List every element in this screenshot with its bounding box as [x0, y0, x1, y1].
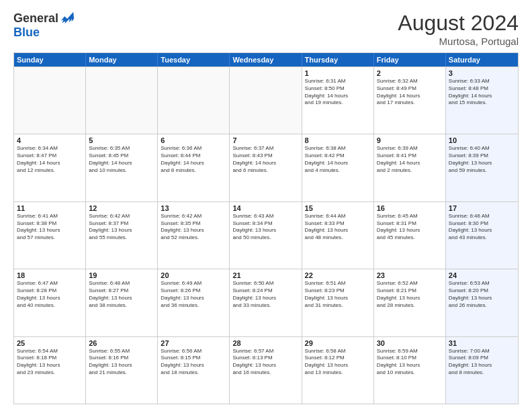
day-info: Sunrise: 6:41 AM Sunset: 8:38 PM Dayligh…: [17, 213, 83, 242]
day-info: Sunrise: 6:52 AM Sunset: 8:21 PM Dayligh…: [377, 280, 443, 309]
header-sunday: Sunday: [14, 53, 86, 66]
calendar-cell-1-6: 2Sunrise: 6:32 AM Sunset: 8:49 PM Daylig…: [374, 67, 446, 134]
day-info: Sunrise: 6:39 AM Sunset: 8:41 PM Dayligh…: [377, 145, 443, 174]
calendar-cell-4-4: 21Sunrise: 6:50 AM Sunset: 8:24 PM Dayli…: [230, 269, 302, 336]
header-wednesday: Wednesday: [230, 53, 302, 66]
calendar-cell-1-5: 1Sunrise: 6:31 AM Sunset: 8:50 PM Daylig…: [302, 67, 374, 134]
day-info: Sunrise: 6:43 AM Sunset: 8:34 PM Dayligh…: [232, 213, 298, 242]
day-number: 25: [17, 339, 83, 347]
day-number: 4: [17, 136, 83, 144]
day-number: 24: [449, 271, 515, 279]
calendar-cell-3-1: 11Sunrise: 6:41 AM Sunset: 8:38 PM Dayli…: [14, 202, 86, 269]
day-info: Sunrise: 6:42 AM Sunset: 8:35 PM Dayligh…: [161, 213, 226, 242]
calendar-cell-1-4: [230, 67, 302, 134]
calendar-cell-1-1: [14, 67, 86, 134]
day-info: Sunrise: 6:33 AM Sunset: 8:48 PM Dayligh…: [449, 78, 515, 107]
calendar-cell-3-6: 16Sunrise: 6:45 AM Sunset: 8:31 PM Dayli…: [374, 202, 446, 269]
calendar-cell-2-3: 6Sunrise: 6:36 AM Sunset: 8:44 PM Daylig…: [158, 134, 230, 201]
day-number: 15: [305, 204, 371, 212]
day-info: Sunrise: 6:32 AM Sunset: 8:49 PM Dayligh…: [377, 78, 443, 107]
day-info: Sunrise: 6:49 AM Sunset: 8:26 PM Dayligh…: [161, 280, 226, 309]
day-info: Sunrise: 6:54 AM Sunset: 8:18 PM Dayligh…: [17, 348, 83, 377]
calendar-cell-4-7: 24Sunrise: 6:53 AM Sunset: 8:20 PM Dayli…: [446, 269, 518, 336]
day-info: Sunrise: 6:31 AM Sunset: 8:50 PM Dayligh…: [305, 78, 371, 107]
month-year: August 2024: [398, 11, 519, 36]
calendar-cell-5-7: 31Sunrise: 7:00 AM Sunset: 8:09 PM Dayli…: [446, 337, 518, 404]
calendar-cell-3-3: 13Sunrise: 6:42 AM Sunset: 8:35 PM Dayli…: [158, 202, 230, 269]
logo-bird-icon: [60, 11, 75, 26]
day-number: 28: [232, 339, 298, 347]
calendar-row-4: 18Sunrise: 6:47 AM Sunset: 8:28 PM Dayli…: [14, 269, 518, 336]
day-info: Sunrise: 6:50 AM Sunset: 8:24 PM Dayligh…: [232, 280, 298, 309]
day-number: 18: [17, 271, 83, 279]
page: General Blue August 2024 Murtosa, Portug…: [0, 0, 532, 411]
day-info: Sunrise: 6:46 AM Sunset: 8:30 PM Dayligh…: [449, 213, 515, 242]
day-number: 29: [305, 339, 371, 347]
day-info: Sunrise: 6:34 AM Sunset: 8:47 PM Dayligh…: [17, 145, 83, 174]
day-info: Sunrise: 6:40 AM Sunset: 8:39 PM Dayligh…: [449, 145, 515, 174]
calendar-cell-1-7: 3Sunrise: 6:33 AM Sunset: 8:48 PM Daylig…: [446, 67, 518, 134]
day-number: 2: [377, 69, 443, 77]
day-info: Sunrise: 6:59 AM Sunset: 8:10 PM Dayligh…: [377, 348, 443, 377]
day-info: Sunrise: 6:38 AM Sunset: 8:42 PM Dayligh…: [305, 145, 371, 174]
day-number: 10: [449, 136, 515, 144]
header-tuesday: Tuesday: [158, 53, 230, 66]
day-info: Sunrise: 6:53 AM Sunset: 8:20 PM Dayligh…: [449, 280, 515, 309]
day-number: 30: [377, 339, 443, 347]
calendar-cell-1-3: [158, 67, 230, 134]
day-number: 9: [377, 136, 443, 144]
calendar-cell-4-2: 19Sunrise: 6:48 AM Sunset: 8:27 PM Dayli…: [86, 269, 158, 336]
calendar-cell-2-6: 9Sunrise: 6:39 AM Sunset: 8:41 PM Daylig…: [374, 134, 446, 201]
header-thursday: Thursday: [302, 53, 374, 66]
day-info: Sunrise: 6:42 AM Sunset: 8:37 PM Dayligh…: [89, 213, 154, 242]
day-number: 8: [305, 136, 371, 144]
day-info: Sunrise: 6:48 AM Sunset: 8:27 PM Dayligh…: [89, 280, 154, 309]
day-number: 13: [161, 204, 226, 212]
calendar-cell-5-3: 27Sunrise: 6:56 AM Sunset: 8:15 PM Dayli…: [158, 337, 230, 404]
day-info: Sunrise: 6:35 AM Sunset: 8:45 PM Dayligh…: [89, 145, 154, 174]
calendar-cell-4-3: 20Sunrise: 6:49 AM Sunset: 8:26 PM Dayli…: [158, 269, 230, 336]
day-number: 12: [89, 204, 154, 212]
day-number: 22: [305, 271, 371, 279]
day-number: 20: [161, 271, 226, 279]
calendar-row-2: 4Sunrise: 6:34 AM Sunset: 8:47 PM Daylig…: [14, 134, 518, 201]
day-number: 16: [377, 204, 443, 212]
calendar-cell-3-2: 12Sunrise: 6:42 AM Sunset: 8:37 PM Dayli…: [86, 202, 158, 269]
calendar-cell-5-2: 26Sunrise: 6:55 AM Sunset: 8:16 PM Dayli…: [86, 337, 158, 404]
calendar-cell-5-1: 25Sunrise: 6:54 AM Sunset: 8:18 PM Dayli…: [14, 337, 86, 404]
day-info: Sunrise: 6:36 AM Sunset: 8:44 PM Dayligh…: [161, 145, 226, 174]
logo-blue: Blue: [13, 26, 40, 40]
day-number: 6: [161, 136, 226, 144]
calendar-row-5: 25Sunrise: 6:54 AM Sunset: 8:18 PM Dayli…: [14, 336, 518, 404]
logo: General Blue: [13, 11, 75, 40]
day-number: 11: [17, 204, 83, 212]
calendar-cell-3-4: 14Sunrise: 6:43 AM Sunset: 8:34 PM Dayli…: [230, 202, 302, 269]
calendar-cell-2-4: 7Sunrise: 6:37 AM Sunset: 8:43 PM Daylig…: [230, 134, 302, 201]
title-block: August 2024 Murtosa, Portugal: [398, 11, 519, 47]
calendar-row-3: 11Sunrise: 6:41 AM Sunset: 8:38 PM Dayli…: [14, 201, 518, 269]
location: Murtosa, Portugal: [398, 36, 519, 47]
header-saturday: Saturday: [446, 53, 518, 66]
header-monday: Monday: [86, 53, 158, 66]
day-info: Sunrise: 6:44 AM Sunset: 8:33 PM Dayligh…: [305, 213, 371, 242]
day-info: Sunrise: 6:57 AM Sunset: 8:13 PM Dayligh…: [232, 348, 298, 377]
calendar-cell-4-5: 22Sunrise: 6:51 AM Sunset: 8:23 PM Dayli…: [302, 269, 374, 336]
calendar-cell-2-5: 8Sunrise: 6:38 AM Sunset: 8:42 PM Daylig…: [302, 134, 374, 201]
calendar-header: Sunday Monday Tuesday Wednesday Thursday…: [14, 53, 518, 66]
calendar-cell-5-6: 30Sunrise: 6:59 AM Sunset: 8:10 PM Dayli…: [374, 337, 446, 404]
calendar-cell-2-7: 10Sunrise: 6:40 AM Sunset: 8:39 PM Dayli…: [446, 134, 518, 201]
day-number: 14: [232, 204, 298, 212]
calendar-cell-2-2: 5Sunrise: 6:35 AM Sunset: 8:45 PM Daylig…: [86, 134, 158, 201]
day-number: 7: [232, 136, 298, 144]
calendar-cell-5-5: 29Sunrise: 6:58 AM Sunset: 8:12 PM Dayli…: [302, 337, 374, 404]
day-number: 1: [305, 69, 371, 77]
day-number: 26: [89, 339, 154, 347]
calendar-cell-1-2: [86, 67, 158, 134]
day-number: 31: [449, 339, 515, 347]
logo-text: General: [13, 11, 75, 26]
calendar-cell-3-7: 17Sunrise: 6:46 AM Sunset: 8:30 PM Dayli…: [446, 202, 518, 269]
day-number: 3: [449, 69, 515, 77]
day-info: Sunrise: 7:00 AM Sunset: 8:09 PM Dayligh…: [449, 348, 515, 377]
day-info: Sunrise: 6:51 AM Sunset: 8:23 PM Dayligh…: [305, 280, 371, 309]
day-number: 21: [232, 271, 298, 279]
